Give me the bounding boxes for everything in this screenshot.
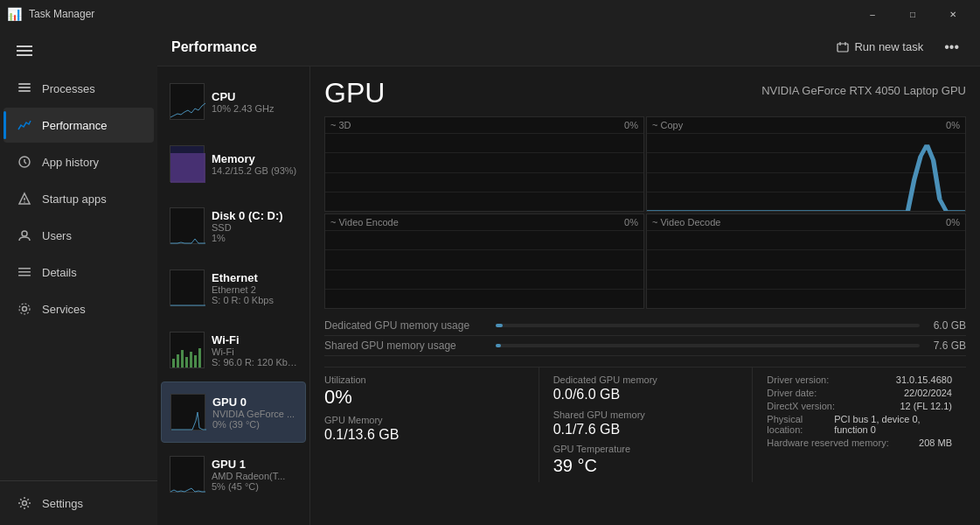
shared-memory-track [496, 344, 920, 347]
copy-spike-svg [647, 133, 965, 211]
gpu0-mini-chart [170, 394, 205, 430]
svg-rect-0 [18, 83, 31, 85]
memory-info: Memory 14.2/15.2 GB (93%) [212, 152, 297, 176]
sidebar-item-app-history[interactable]: App history [3, 144, 154, 179]
details-icon [17, 265, 31, 279]
svg-rect-18 [170, 146, 205, 153]
sidebar-item-services[interactable]: Services [3, 291, 154, 326]
close-button[interactable]: ✕ [933, 0, 973, 28]
hamburger-button[interactable] [7, 35, 42, 66]
driver-date-val: 22/02/2024 [904, 388, 952, 398]
run-new-task-button[interactable]: Run new task [830, 37, 930, 57]
main-area: Processes Performance App history [0, 28, 980, 525]
restore-button[interactable]: □ [893, 0, 933, 28]
shared-memory-bar-row: Shared GPU memory usage 7.6 GB [324, 336, 966, 356]
svg-rect-14 [838, 44, 848, 52]
svg-rect-9 [18, 271, 31, 273]
gpu-memory-value: 0.1/13.6 GB [324, 427, 539, 443]
chart-decode-canvas [647, 230, 965, 308]
sidebar-item-users[interactable]: Users [3, 218, 154, 253]
ethernet-usage: S: 0 R: 0 Kbps [212, 295, 297, 305]
chart-encode-name: ~ Video Encode [330, 217, 399, 228]
sidebar-item-settings[interactable]: Settings [3, 486, 154, 521]
app-icon: 📊 [7, 7, 22, 21]
driver-version-key: Driver version: [767, 374, 829, 385]
hamburger-icon [17, 43, 32, 59]
memory-bars: Dedicated GPU memory usage 6.0 GB Shared… [324, 316, 966, 356]
svg-rect-21 [181, 350, 184, 368]
physical-location-key: Physical location: [767, 414, 834, 435]
device-item-wifi[interactable]: Wi-Fi Wi-Fi S: 96.0 R: 120 Kbps [161, 319, 306, 381]
utilization-value: 0% [324, 387, 539, 408]
minimize-button[interactable]: – [852, 0, 893, 28]
wifi-sub: Wi-Fi [212, 346, 297, 357]
device-item-gpu1[interactable]: GPU 1 AMD Radeon(T... 5% (45 °C) [161, 444, 306, 505]
gpu1-info: GPU 1 AMD Radeon(T... 5% (45 °C) [212, 458, 297, 492]
svg-point-6 [24, 201, 25, 203]
stat-col-dedicated: Dedicated GPU memory 0.0/6.0 GB Shared G… [539, 368, 753, 482]
svg-rect-20 [177, 354, 179, 368]
sidebar-item-performance[interactable]: Performance [3, 108, 154, 143]
startup-apps-icon [17, 192, 31, 206]
shared-gpu-value: 0.1/7.6 GB [553, 422, 753, 438]
chart-3d: ~ 3D 0% [324, 116, 644, 212]
chart-encode-canvas [325, 230, 643, 308]
device-item-memory[interactable]: Memory 14.2/15.2 GB (93%) [161, 133, 306, 194]
chart-video-decode: ~ Video Decode 0% [646, 214, 966, 309]
svg-rect-22 [185, 357, 188, 368]
svg-point-7 [22, 231, 27, 236]
svg-rect-17 [170, 153, 205, 183]
stats-grid: Utilization 0% GPU Memory 0.1/13.6 GB De… [324, 367, 966, 482]
ethernet-mini-chart [170, 270, 205, 306]
device-item-gpu0[interactable]: GPU 0 NVIDIA GeForce ... 0% (39 °C) [161, 382, 306, 443]
ethernet-info: Ethernet Ethernet 2 S: 0 R: 0 Kbps [212, 271, 297, 305]
gpu-model: NVIDIA GeForce RTX 4050 Laptop GPU [761, 84, 966, 97]
gpu1-usage: 5% (45 °C) [212, 481, 297, 492]
svg-rect-10 [18, 275, 31, 276]
driver-date-row: Driver date: 22/02/2024 [767, 388, 952, 398]
ethernet-sub: Ethernet 2 [212, 284, 297, 295]
ethernet-name: Ethernet [212, 271, 297, 284]
services-label: Services [42, 303, 86, 316]
hardware-reserved-row: Hardware reserved memory: 208 MB [767, 438, 952, 448]
stat-col-utilization: Utilization 0% GPU Memory 0.1/13.6 GB [324, 368, 539, 482]
page-title: Performance [171, 39, 257, 55]
sidebar-item-processes[interactable]: Processes [3, 71, 154, 106]
sidebar-item-startup-apps[interactable]: Startup apps [3, 181, 154, 216]
device-item-disk[interactable]: Disk 0 (C: D:) SSD 1% [161, 195, 306, 256]
memory-name: Memory [212, 152, 297, 165]
chart-decode-pct: 0% [946, 217, 960, 228]
settings-label: Settings [42, 497, 83, 510]
physical-location-val: PCI bus 1, device 0, function 0 [834, 414, 952, 435]
app-history-label: App history [42, 156, 99, 169]
device-item-cpu[interactable]: CPU 10% 2.43 GHz [161, 71, 306, 132]
disk-mini-chart [170, 207, 205, 244]
more-options-button[interactable]: ••• [937, 36, 966, 59]
chart-video-encode: ~ Video Encode 0% [324, 214, 644, 309]
temp-label: GPU Temperature [553, 444, 753, 454]
app-title: Task Manager [29, 8, 94, 20]
disk-info: Disk 0 (C: D:) SSD 1% [212, 209, 297, 243]
gpu-title: GPU [324, 77, 385, 109]
temp-value: 39 °C [553, 456, 753, 475]
wifi-name: Wi-Fi [212, 333, 297, 346]
driver-date-key: Driver date: [767, 388, 817, 398]
hardware-reserved-key: Hardware reserved memory: [767, 438, 888, 448]
chart-3d-canvas [325, 133, 643, 211]
run-new-task-label: Run new task [854, 40, 923, 53]
chart-copy: ~ Copy 0% [646, 116, 966, 212]
shared-memory-label: Shared GPU memory usage [324, 340, 482, 352]
svg-point-11 [23, 307, 27, 312]
disk-sub: SSD [212, 222, 297, 233]
svg-point-13 [23, 501, 27, 506]
svg-rect-2 [18, 90, 31, 92]
dedicated-memory-value: 6.0 GB [934, 319, 966, 332]
cpu-info: CPU 10% 2.43 GHz [212, 90, 297, 114]
sidebar-item-details[interactable]: Details [3, 255, 154, 290]
shared-memory-value: 7.6 GB [934, 340, 966, 352]
device-item-ethernet[interactable]: Ethernet Ethernet 2 S: 0 R: 0 Kbps [161, 257, 306, 318]
gpu-header: GPU NVIDIA GeForce RTX 4050 Laptop GPU [324, 77, 966, 109]
dedicated-gpu-label: Dedicated GPU memory [553, 374, 753, 385]
chart-copy-name: ~ Copy [652, 120, 683, 130]
app-history-icon [17, 155, 31, 169]
